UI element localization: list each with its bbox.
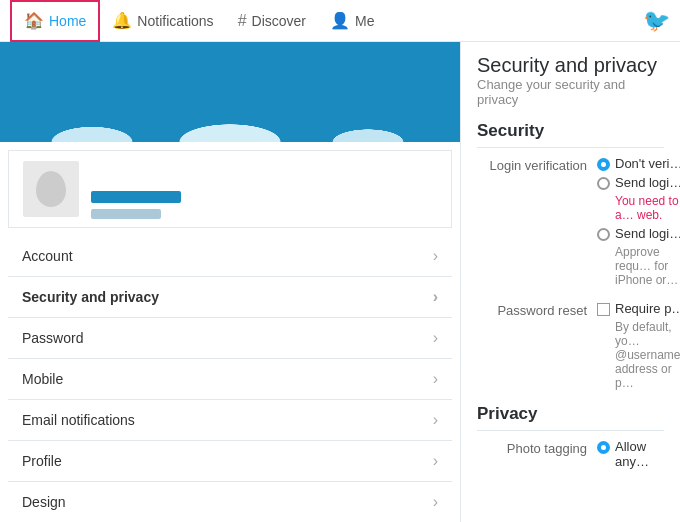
chevron-icon: ›: [433, 452, 438, 470]
allow-any-text: Allow any…: [615, 439, 664, 469]
radio-send-login: Send logi…: [597, 175, 680, 190]
login-verification-label: Login verification: [477, 156, 587, 287]
allow-any-row: Allow any…: [597, 439, 664, 469]
password-reset-options: Require p… By default, yo… @username.add…: [597, 301, 680, 390]
login-verification-options: Don't veri… Send logi… You need to a… we…: [597, 156, 680, 287]
nav-home[interactable]: 🏠 Home: [10, 0, 100, 42]
chevron-icon: ›: [433, 370, 438, 388]
avatar: [21, 159, 81, 219]
photo-tagging-options: Allow any…: [597, 439, 664, 469]
nav-home-label: Home: [49, 13, 86, 29]
top-navigation: 🏠 Home 🔔 Notifications # Discover 👤 Me 🐦: [0, 0, 680, 42]
password-reset-helper: By default, yo… @username.address or p…: [615, 320, 680, 390]
photo-tagging-row: Photo tagging Allow any…: [477, 439, 664, 469]
twitter-logo: 🐦: [643, 8, 670, 34]
main-container: Account › Security and privacy › Passwor…: [0, 42, 680, 522]
nav-notifications[interactable]: 🔔 Notifications: [100, 0, 225, 42]
radio-dont-verify-text: Don't veri…: [615, 156, 680, 171]
chevron-icon: ›: [433, 493, 438, 511]
page-title: Security and privacy: [477, 54, 664, 77]
right-panel: Security and privacy Change your securit…: [460, 42, 680, 522]
handle-bar: [91, 209, 161, 219]
chevron-icon: ›: [433, 329, 438, 347]
menu-item-security[interactable]: Security and privacy ›: [8, 277, 452, 318]
settings-menu: Account › Security and privacy › Passwor…: [8, 236, 452, 522]
radio-send-login-req-text: Send logi…: [615, 226, 680, 241]
radio-send-login-req-circle[interactable]: [597, 228, 610, 241]
radio-send-login-text: Send logi…: [615, 175, 680, 190]
banner-clouds: [0, 102, 460, 142]
nav-discover[interactable]: # Discover: [226, 0, 318, 42]
require-password-checkbox[interactable]: [597, 303, 610, 316]
chevron-icon: ›: [433, 247, 438, 265]
nav-discover-label: Discover: [252, 13, 306, 29]
radio-send-login-circle[interactable]: [597, 177, 610, 190]
menu-item-email[interactable]: Email notifications ›: [8, 400, 452, 441]
chevron-icon: ›: [433, 411, 438, 429]
login-helper-2: Approve requ… for iPhone or…: [615, 245, 680, 287]
login-helper-1: You need to a… web.: [615, 194, 680, 222]
profile-banner: [0, 42, 460, 142]
require-password-row: Require p…: [597, 301, 680, 316]
nav-notifications-label: Notifications: [137, 13, 213, 29]
chevron-icon: ›: [433, 288, 438, 306]
person-icon: 👤: [330, 11, 350, 30]
profile-name-area: [91, 191, 181, 219]
page-subtitle: Change your security and privacy: [477, 77, 664, 107]
bell-icon: 🔔: [112, 11, 132, 30]
avatar-egg: [36, 171, 66, 207]
nav-me-label: Me: [355, 13, 374, 29]
menu-item-profile[interactable]: Profile ›: [8, 441, 452, 482]
require-password-text: Require p…: [615, 301, 680, 316]
privacy-heading: Privacy: [477, 404, 664, 431]
login-verification-row: Login verification Don't veri… Send logi…: [477, 156, 664, 287]
menu-item-password[interactable]: Password ›: [8, 318, 452, 359]
photo-tagging-label: Photo tagging: [477, 439, 587, 469]
left-panel: Account › Security and privacy › Passwor…: [0, 42, 460, 522]
radio-dont-verify: Don't veri…: [597, 156, 680, 171]
radio-dont-verify-circle[interactable]: [597, 158, 610, 171]
radio-send-login-req: Send logi…: [597, 226, 680, 241]
nav-me[interactable]: 👤 Me: [318, 0, 386, 42]
home-icon: 🏠: [24, 11, 44, 30]
allow-any-circle[interactable]: [597, 441, 610, 454]
profile-card: [8, 150, 452, 228]
security-heading: Security: [477, 121, 664, 148]
menu-item-design[interactable]: Design ›: [8, 482, 452, 522]
username-bar: [91, 191, 181, 203]
hash-icon: #: [238, 12, 247, 30]
password-reset-label: Password reset: [477, 301, 587, 390]
menu-item-mobile[interactable]: Mobile ›: [8, 359, 452, 400]
menu-item-account[interactable]: Account ›: [8, 236, 452, 277]
password-reset-row: Password reset Require p… By default, yo…: [477, 301, 664, 390]
